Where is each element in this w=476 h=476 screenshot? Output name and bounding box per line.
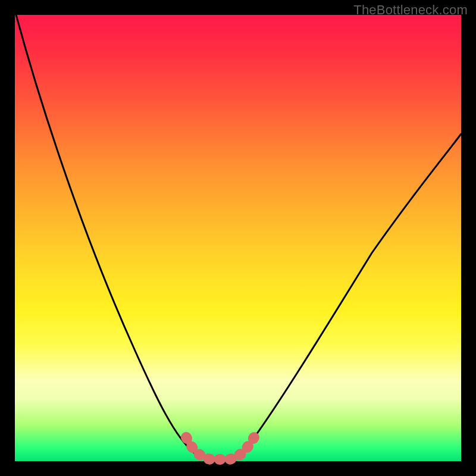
- sweet-spot-overlay: [186, 437, 254, 459]
- chart-frame: TheBottleneck.com: [0, 0, 476, 476]
- bottleneck-curve: [16, 15, 461, 460]
- plot-area: [15, 15, 461, 461]
- watermark-text: TheBottleneck.com: [353, 2, 468, 18]
- bottleneck-curve-svg: [15, 15, 461, 461]
